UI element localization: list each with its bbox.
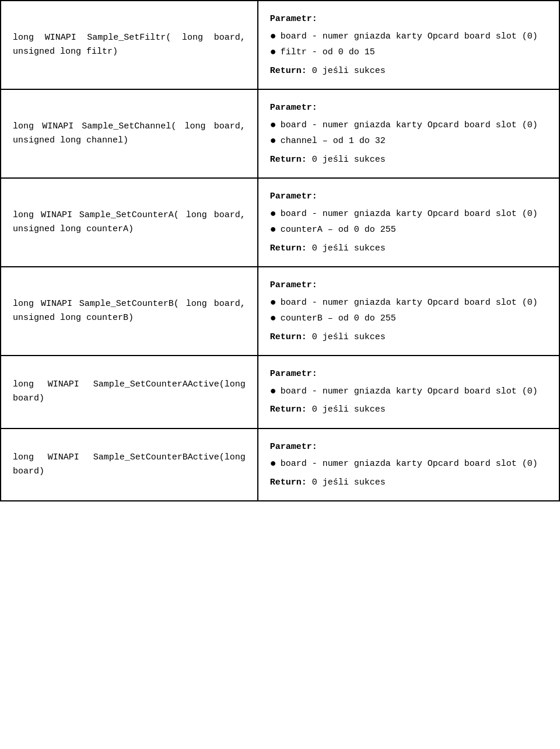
table-row: long WINAPI Sample_SetFiltr( long board,… <box>1 1 559 89</box>
bullet-text: counterA – od 0 do 255 <box>281 222 547 238</box>
return-text: 0 jeśli sukces <box>312 243 386 253</box>
left-cell-set-counter-b-active: long WINAPI Sample_SetCounterBActive(lon… <box>1 429 258 501</box>
bullet-list: ●board - numer gniazda karty Opcard boar… <box>270 295 547 326</box>
bullet-list: ●board - numer gniazda karty Opcard boar… <box>270 457 547 472</box>
return-text: 0 jeśli sukces <box>312 478 386 487</box>
bullet-list: ●board - numer gniazda karty Opcard boar… <box>270 207 547 238</box>
return-label: Return: <box>270 66 312 76</box>
bullet-text: board - numer gniazda karty Opcard board… <box>281 207 547 222</box>
bullet-dot-icon: ● <box>270 118 281 133</box>
return-label: Return: <box>270 243 312 253</box>
list-item: ●channel – od 1 do 32 <box>270 134 547 149</box>
return-line: Return: 0 jeśli sukces <box>270 330 547 345</box>
list-item: ●board - numer gniazda karty Opcard boar… <box>270 207 547 222</box>
list-item: ●board - numer gniazda karty Opcard boar… <box>270 295 547 311</box>
param-label: Parametr: <box>270 189 547 204</box>
bullet-text: board - numer gniazda karty Opcard board… <box>281 384 547 399</box>
table-row: long WINAPI Sample_SetCounterAActive(lon… <box>1 356 559 429</box>
table-row: long WINAPI Sample_SetCounterB( long boa… <box>1 267 559 356</box>
list-item: ●board - numer gniazda karty Opcard boar… <box>270 118 547 133</box>
bullet-dot-icon: ● <box>270 457 281 471</box>
left-cell-set-filtr: long WINAPI Sample_SetFiltr( long board,… <box>1 1 258 89</box>
param-label: Parametr: <box>270 12 547 27</box>
return-line: Return: 0 jeśli sukces <box>270 64 547 79</box>
right-cell-set-counter-a: Parametr:●board - numer gniazda karty Op… <box>258 178 559 267</box>
list-item: ●board - numer gniazda karty Opcard boar… <box>270 384 547 399</box>
bullet-dot-icon: ● <box>270 384 281 399</box>
return-text: 0 jeśli sukces <box>312 155 386 165</box>
bullet-list: ●board - numer gniazda karty Opcard boar… <box>270 118 547 149</box>
return-label: Return: <box>270 155 312 165</box>
right-cell-set-counter-a-active: Parametr:●board - numer gniazda karty Op… <box>258 356 559 429</box>
list-item: ●counterA – od 0 do 255 <box>270 222 547 238</box>
return-line: Return: 0 jeśli sukces <box>270 241 547 256</box>
bullet-dot-icon: ● <box>270 311 281 326</box>
return-text: 0 jeśli sukces <box>312 332 386 342</box>
bullet-dot-icon: ● <box>270 45 281 60</box>
return-line: Return: 0 jeśli sukces <box>270 402 547 417</box>
list-item: ●board - numer gniazda karty Opcard boar… <box>270 457 547 472</box>
return-label: Return: <box>270 478 312 487</box>
param-label: Parametr: <box>270 278 547 293</box>
bullet-list: ●board - numer gniazda karty Opcard boar… <box>270 29 547 60</box>
return-label: Return: <box>270 332 312 342</box>
bullet-text: board - numer gniazda karty Opcard board… <box>281 457 547 472</box>
left-cell-set-counter-b: long WINAPI Sample_SetCounterB( long boa… <box>1 267 258 356</box>
bullet-text: counterB – od 0 do 255 <box>281 311 547 326</box>
bullet-list: ●board - numer gniazda karty Opcard boar… <box>270 384 547 399</box>
bullet-dot-icon: ● <box>270 134 281 148</box>
bullet-dot-icon: ● <box>270 207 281 221</box>
table-row: long WINAPI Sample_SetCounterBActive(lon… <box>1 429 559 501</box>
list-item: ●board - numer gniazda karty Opcard boar… <box>270 29 547 44</box>
bullet-text: channel – od 1 do 32 <box>281 134 547 149</box>
right-cell-set-counter-b-active: Parametr:●board - numer gniazda karty Op… <box>258 429 559 501</box>
bullet-dot-icon: ● <box>270 222 281 237</box>
left-cell-set-counter-a: long WINAPI Sample_SetCounterA( long boa… <box>1 178 258 267</box>
return-text: 0 jeśli sukces <box>312 405 386 414</box>
param-label: Parametr: <box>270 100 547 116</box>
right-cell-set-filtr: Parametr:●board - numer gniazda karty Op… <box>258 1 559 89</box>
return-text: 0 jeśli sukces <box>312 66 386 76</box>
api-table: long WINAPI Sample_SetFiltr( long board,… <box>0 0 560 501</box>
bullet-dot-icon: ● <box>270 29 281 44</box>
bullet-text: board - numer gniazda karty Opcard board… <box>281 118 547 133</box>
param-label: Parametr: <box>270 367 547 382</box>
table-row: long WINAPI Sample_SetChannel( long boar… <box>1 89 559 178</box>
param-label: Parametr: <box>270 440 547 455</box>
left-cell-set-counter-a-active: long WINAPI Sample_SetCounterAActive(lon… <box>1 356 258 429</box>
right-cell-set-channel: Parametr:●board - numer gniazda karty Op… <box>258 89 559 178</box>
bullet-text: filtr - od 0 do 15 <box>281 45 547 60</box>
bullet-dot-icon: ● <box>270 295 281 310</box>
list-item: ●filtr - od 0 do 15 <box>270 45 547 60</box>
bullet-text: board - numer gniazda karty Opcard board… <box>281 29 547 44</box>
return-line: Return: 0 jeśli sukces <box>270 475 547 490</box>
table-row: long WINAPI Sample_SetCounterA( long boa… <box>1 178 559 267</box>
right-cell-set-counter-b: Parametr:●board - numer gniazda karty Op… <box>258 267 559 356</box>
list-item: ●counterB – od 0 do 255 <box>270 311 547 326</box>
bullet-text: board - numer gniazda karty Opcard board… <box>281 295 547 311</box>
return-line: Return: 0 jeśli sukces <box>270 152 547 168</box>
return-label: Return: <box>270 405 312 414</box>
left-cell-set-channel: long WINAPI Sample_SetChannel( long boar… <box>1 89 258 178</box>
